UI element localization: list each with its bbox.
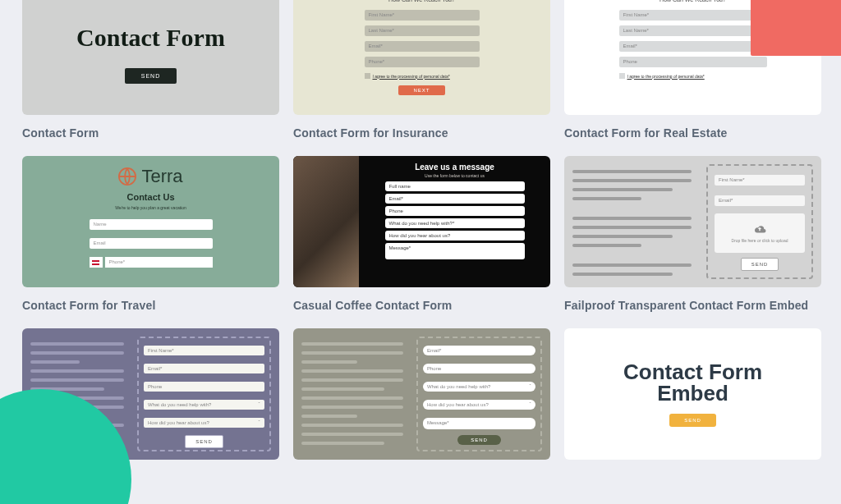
send-button: Send xyxy=(185,435,223,448)
thumb-heading: Leave us a message xyxy=(370,163,539,172)
field: What do you need help with? xyxy=(144,400,264,410)
flag-icon xyxy=(90,257,103,268)
field: How did you hear about us? xyxy=(144,418,264,428)
consent-text: I agree to the processing of personal da… xyxy=(627,74,705,79)
consent-text: I agree to the processing of personal da… xyxy=(373,74,450,79)
template-card[interactable]: Terra Contact Us We're to help you plan … xyxy=(22,156,279,312)
template-card[interactable]: How Can We Reach You? First Name* Last N… xyxy=(293,0,550,140)
template-title: Contact Form xyxy=(22,126,279,140)
upload-icon xyxy=(752,223,767,235)
field: Email* xyxy=(385,194,525,204)
send-button: Send xyxy=(669,414,716,427)
field: Email* xyxy=(619,41,767,52)
send-button: Send xyxy=(741,258,779,271)
template-card[interactable]: Email* Phone What do you need help with?… xyxy=(293,328,550,460)
field: Phone xyxy=(385,206,525,216)
field: How did you hear about us? xyxy=(423,400,535,410)
field: Message* xyxy=(385,243,525,259)
template-title: Casual Coffee Contact Form xyxy=(293,299,550,312)
templates-grid: Contact Form Send Contact Form How Can W… xyxy=(0,0,841,460)
field: Phone xyxy=(619,57,767,67)
field: First Name* xyxy=(144,346,264,355)
template-card[interactable]: First Name* Email* Drop file here or cli… xyxy=(564,156,821,312)
thumb-heading: Contact Form xyxy=(76,24,225,52)
globe-icon xyxy=(118,167,136,186)
template-thumbnail: Leave us a message Use the form below to… xyxy=(293,156,550,287)
template-card[interactable]: Leave us a message Use the form below to… xyxy=(293,156,550,312)
template-thumbnail: Contact Form Embed Send xyxy=(564,328,821,460)
consent-row: I agree to the processing of personal da… xyxy=(619,73,767,79)
next-button: Next xyxy=(398,85,444,95)
field: First Name* xyxy=(715,175,805,186)
field: Name xyxy=(90,219,213,230)
field: How did you hear about us? xyxy=(385,231,525,241)
template-thumbnail: Contact Form Send xyxy=(22,0,279,115)
template-card[interactable]: Contact Form Embed Send xyxy=(564,328,821,460)
phone-row: Phone* xyxy=(90,257,213,268)
thumb-header: How Can We Reach You? xyxy=(659,0,726,2)
thumb-tagline: We're to help you plan a great vacation xyxy=(115,205,186,210)
decorative-red-box xyxy=(751,0,841,56)
template-thumbnail: How Can We Reach You? First Name* Last N… xyxy=(293,0,550,115)
field: Email xyxy=(90,238,213,249)
field: Phone xyxy=(423,364,535,373)
template-thumbnail: Terra Contact Us We're to help you plan … xyxy=(22,156,279,287)
field: First Name* xyxy=(365,10,480,21)
consent-row: I agree to the processing of personal da… xyxy=(365,73,480,79)
dropzone: Drop file here or click to upload xyxy=(715,213,805,253)
checkbox-icon xyxy=(619,73,625,79)
brand-logo: Terra xyxy=(118,166,182,187)
field: Last Name* xyxy=(619,25,767,36)
thumb-sub: Use the form below to contact us xyxy=(370,173,539,178)
field: Phone xyxy=(144,382,264,392)
placeholder-text xyxy=(572,164,698,279)
field: Email* xyxy=(715,195,805,206)
field: What do you need help with? xyxy=(423,382,535,392)
template-title: Failproof Transparent Contact Form Embed xyxy=(564,299,821,312)
embed-box: First Name* Email* Phone What do you nee… xyxy=(137,337,271,451)
send-button: Send xyxy=(125,68,177,84)
field: First Name* xyxy=(619,10,767,21)
template-card[interactable]: Contact Form Send Contact Form xyxy=(22,0,279,140)
brand-name: Terra xyxy=(141,166,182,187)
cafe-photo xyxy=(293,156,359,287)
thumb-header: How Can We Reach You? xyxy=(388,0,455,2)
drop-text: Drop file here or click to upload xyxy=(732,238,788,243)
field: Full name xyxy=(385,181,525,191)
send-button: Send xyxy=(457,435,501,445)
template-title: Contact Form for Travel xyxy=(22,299,279,312)
template-title: Contact Form for Real Estate xyxy=(564,126,821,140)
field: Message* xyxy=(423,418,535,429)
field: Email* xyxy=(423,346,535,355)
phone-field: Phone* xyxy=(105,257,213,268)
thumb-form: Leave us a message Use the form below to… xyxy=(359,156,550,287)
checkbox-icon xyxy=(365,73,370,79)
placeholder-text xyxy=(301,337,408,451)
field: Email* xyxy=(365,41,480,52)
template-title: Contact Form for Insurance xyxy=(293,126,550,140)
heading-line: Embed xyxy=(657,381,728,405)
template-thumbnail: First Name* Email* Drop file here or cli… xyxy=(564,156,821,287)
thumb-heading: Contact Form Embed xyxy=(623,361,762,404)
thumb-heading: Contact Us xyxy=(126,192,174,202)
template-thumbnail: Email* Phone What do you need help with?… xyxy=(293,328,550,460)
field: What do you need help with?* xyxy=(385,218,525,228)
embed-box: Email* Phone What do you need help with?… xyxy=(416,337,542,451)
embed-box: First Name* Email* Drop file here or cli… xyxy=(706,164,813,279)
field: Email* xyxy=(144,364,264,373)
field: Last Name* xyxy=(365,25,480,36)
field: Phone* xyxy=(365,57,480,67)
